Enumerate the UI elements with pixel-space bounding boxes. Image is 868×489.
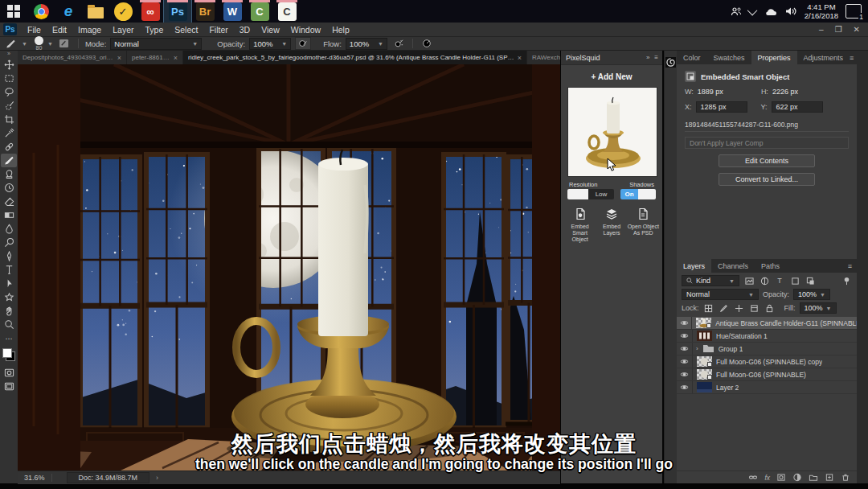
zoom-tool[interactable]	[1, 318, 17, 331]
pressure-opacity-icon[interactable]	[295, 37, 311, 50]
menu-select[interactable]: Select	[169, 25, 203, 35]
minimize-icon[interactable]: –	[819, 25, 824, 34]
chevron-icon[interactable]	[747, 5, 757, 15]
panel-menu-icon[interactable]: ≡	[654, 54, 658, 61]
smoothing-pressure-icon[interactable]	[420, 38, 434, 49]
layers-opacity-select[interactable]: 100%▼	[793, 289, 830, 300]
layer-row-2[interactable]: ›Group 1	[677, 343, 857, 355]
brush-tool-preset-icon[interactable]	[3, 38, 18, 49]
open-object-as-psd-button[interactable]: Open Object As PSD	[628, 207, 659, 243]
dodge-tool[interactable]	[1, 236, 17, 249]
brush-tool[interactable]	[1, 154, 17, 167]
tab-close-icon[interactable]: ×	[117, 54, 121, 62]
layer-comp-select[interactable]: Don't Apply Layer Comp	[685, 137, 849, 149]
toolbar-collapse-icon[interactable]: »	[7, 51, 10, 58]
layer-row-5[interactable]: Layer 2	[677, 381, 857, 394]
menu-filter[interactable]: Filter	[203, 25, 233, 35]
visibility-eye-icon[interactable]	[677, 355, 693, 368]
menu-edit[interactable]: Edit	[47, 25, 72, 35]
visibility-eye-icon[interactable]	[677, 368, 693, 380]
taskbar-icon-camtasia-white[interactable]: C	[273, 0, 301, 23]
y-input[interactable]: 622 px	[772, 101, 823, 113]
pixelsquid-tab[interactable]: PixelSquid	[561, 54, 600, 62]
document-tab-2[interactable]: ridley_creek_park_stock_5_by_fairiegoodm…	[183, 51, 527, 64]
taskbar-icon-chrome[interactable]	[27, 0, 55, 23]
group-expand-icon[interactable]: ›	[696, 345, 698, 352]
layer-row-4[interactable]: Full Moon-G06 (SPINNABLE)	[677, 368, 857, 381]
toolbar-ellipsis-icon[interactable]: ⋯	[1, 331, 17, 345]
marquee-tool[interactable]	[1, 72, 17, 85]
shadows-toggle[interactable]: On	[620, 189, 656, 199]
filter-switch-icon[interactable]	[841, 276, 852, 286]
layer-thumbnail-moon[interactable]	[697, 356, 712, 367]
brush-panel-toggle-icon[interactable]	[57, 38, 72, 49]
zoom-level[interactable]: 31.6%	[18, 474, 52, 482]
menu-file[interactable]: File	[22, 25, 47, 35]
taskbar-icon-camtasia-green[interactable]: C	[246, 0, 273, 23]
layer-style-icon[interactable]: fx	[764, 474, 770, 482]
move-tool[interactable]	[1, 58, 17, 72]
taskbar-icon-edge[interactable]: e	[55, 0, 82, 23]
panel-tab-swatches[interactable]: Swatches	[707, 51, 751, 64]
add-new-button[interactable]: + Add New	[579, 72, 644, 81]
link-layers-icon[interactable]	[748, 473, 758, 482]
canvas[interactable]	[18, 64, 560, 471]
pen-tool[interactable]	[1, 249, 17, 263]
menu-image[interactable]: Image	[72, 25, 107, 35]
layer-thumbnail-photo[interactable]	[697, 382, 712, 392]
brush-dropdown-icon[interactable]: ▼	[47, 41, 53, 47]
filter-smart-object-icon[interactable]	[805, 276, 816, 286]
layers-tab-menu-icon[interactable]: ≡	[848, 262, 857, 270]
menu-window[interactable]: Window	[285, 25, 326, 35]
path-selection-tool[interactable]	[1, 277, 17, 290]
panel-tab-adjustments[interactable]: Adjustments	[797, 51, 850, 64]
menu-view[interactable]: View	[256, 25, 285, 35]
close-icon[interactable]: ✕	[854, 25, 860, 34]
opacity-select[interactable]: 100%▼	[249, 38, 291, 50]
embed-layers-button[interactable]: Embed Layers	[596, 207, 627, 243]
blur-tool[interactable]	[1, 222, 17, 236]
fill-select[interactable]: 100%▼	[800, 302, 837, 314]
taskbar-icon-start[interactable]	[0, 0, 27, 23]
speaker-icon[interactable]	[784, 5, 797, 18]
tab-close-icon[interactable]: ×	[174, 54, 178, 62]
visibility-eye-icon[interactable]	[677, 317, 692, 329]
gradient-tool[interactable]	[1, 208, 17, 222]
lock-pixels-icon[interactable]	[719, 303, 730, 313]
taskbar-icon-creative-cloud[interactable]: ∞	[137, 0, 164, 23]
quick-selection-tool[interactable]	[1, 99, 17, 113]
filter-type-icon[interactable]: T	[774, 276, 785, 286]
layer-thumbnail-candle[interactable]	[696, 318, 711, 328]
clone-stamp-tool[interactable]	[1, 167, 17, 181]
status-arrow-icon[interactable]: ›	[156, 474, 158, 482]
taskbar-icon-norton[interactable]: ✓	[109, 0, 137, 23]
layer-row-0[interactable]: Antique Brass Candle Holder-G11 (SPINNAB…	[677, 317, 857, 330]
lock-position-icon[interactable]	[734, 303, 745, 313]
mode-select[interactable]: Normal▼	[110, 38, 202, 50]
flow-select[interactable]: 100%▼	[346, 38, 387, 50]
document-tab-1[interactable]: peter-886132.jpg×	[127, 51, 183, 64]
document-tab-3[interactable]: RAWexchange_ground	[527, 51, 560, 64]
tab-close-icon[interactable]: ×	[518, 54, 522, 62]
eraser-tool[interactable]	[1, 195, 17, 208]
filter-pixel-icon[interactable]	[743, 276, 755, 286]
filter-shape-icon[interactable]	[789, 276, 800, 286]
brush-preview[interactable]: 80	[35, 36, 43, 51]
taskbar-icon-word[interactable]: W	[219, 0, 246, 23]
pixelsquid-swirl-icon[interactable]	[665, 57, 676, 68]
panel-tab-color[interactable]: Color	[677, 51, 707, 64]
new-layer-icon[interactable]	[825, 473, 834, 482]
visibility-eye-icon[interactable]	[677, 330, 693, 342]
visibility-eye-icon[interactable]	[677, 381, 693, 393]
edit-contents-button[interactable]: Edit Contents	[719, 154, 815, 167]
resolution-toggle[interactable]: Low	[567, 189, 614, 199]
screen-mode-icon[interactable]	[1, 380, 17, 393]
restore-icon[interactable]: ❐	[835, 25, 842, 34]
panel-tab-properties[interactable]: Properties	[751, 51, 797, 64]
custom-shape-tool[interactable]	[1, 290, 17, 304]
document-tab-0[interactable]: Depositphotos_49304393_original.jpg×	[18, 51, 127, 64]
menu-3d[interactable]: 3D	[234, 25, 256, 35]
layer-thumbnail-moon[interactable]	[697, 369, 712, 380]
delete-layer-icon[interactable]	[841, 473, 850, 482]
layer-row-3[interactable]: Full Moon-G06 (SPINNABLE) copy	[677, 355, 857, 368]
